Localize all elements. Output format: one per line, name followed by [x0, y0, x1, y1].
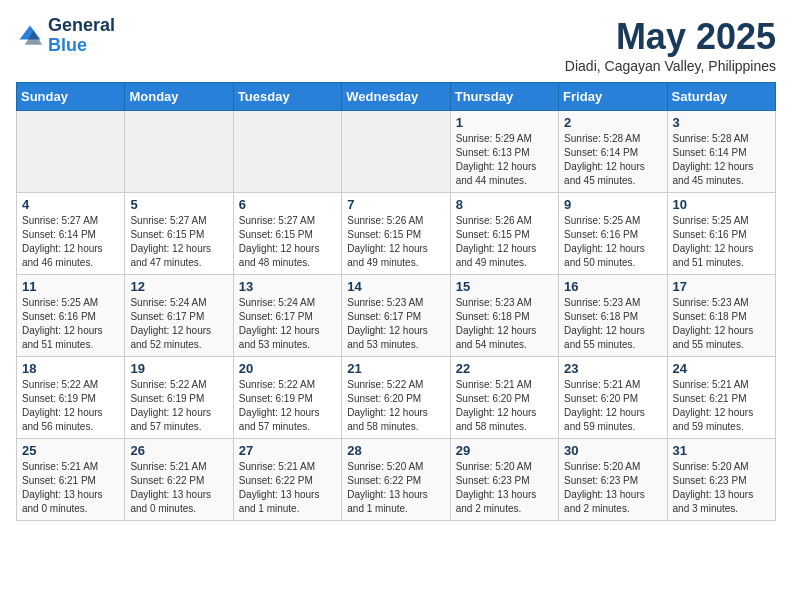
day-number: 5 — [130, 197, 227, 212]
day-info: Sunrise: 5:23 AM Sunset: 6:18 PM Dayligh… — [673, 296, 770, 352]
day-header-tuesday: Tuesday — [233, 83, 341, 111]
calendar-week-row: 11Sunrise: 5:25 AM Sunset: 6:16 PM Dayli… — [17, 275, 776, 357]
calendar-cell: 24Sunrise: 5:21 AM Sunset: 6:21 PM Dayli… — [667, 357, 775, 439]
day-info: Sunrise: 5:20 AM Sunset: 6:22 PM Dayligh… — [347, 460, 444, 516]
day-number: 1 — [456, 115, 553, 130]
logo-icon — [16, 22, 44, 50]
day-number: 22 — [456, 361, 553, 376]
calendar-cell: 14Sunrise: 5:23 AM Sunset: 6:17 PM Dayli… — [342, 275, 450, 357]
day-header-saturday: Saturday — [667, 83, 775, 111]
day-info: Sunrise: 5:22 AM Sunset: 6:20 PM Dayligh… — [347, 378, 444, 434]
day-info: Sunrise: 5:20 AM Sunset: 6:23 PM Dayligh… — [456, 460, 553, 516]
calendar-cell: 29Sunrise: 5:20 AM Sunset: 6:23 PM Dayli… — [450, 439, 558, 521]
calendar-cell: 1Sunrise: 5:29 AM Sunset: 6:13 PM Daylig… — [450, 111, 558, 193]
day-info: Sunrise: 5:27 AM Sunset: 6:15 PM Dayligh… — [130, 214, 227, 270]
day-number: 30 — [564, 443, 661, 458]
calendar-cell: 17Sunrise: 5:23 AM Sunset: 6:18 PM Dayli… — [667, 275, 775, 357]
day-info: Sunrise: 5:24 AM Sunset: 6:17 PM Dayligh… — [239, 296, 336, 352]
day-number: 14 — [347, 279, 444, 294]
month-title: May 2025 — [565, 16, 776, 58]
day-info: Sunrise: 5:23 AM Sunset: 6:17 PM Dayligh… — [347, 296, 444, 352]
calendar-cell: 11Sunrise: 5:25 AM Sunset: 6:16 PM Dayli… — [17, 275, 125, 357]
day-info: Sunrise: 5:26 AM Sunset: 6:15 PM Dayligh… — [347, 214, 444, 270]
calendar-cell: 8Sunrise: 5:26 AM Sunset: 6:15 PM Daylig… — [450, 193, 558, 275]
day-number: 15 — [456, 279, 553, 294]
day-number: 2 — [564, 115, 661, 130]
title-block: May 2025 Diadi, Cagayan Valley, Philippi… — [565, 16, 776, 74]
calendar-cell: 3Sunrise: 5:28 AM Sunset: 6:14 PM Daylig… — [667, 111, 775, 193]
calendar-cell — [342, 111, 450, 193]
logo: General Blue — [16, 16, 115, 56]
day-info: Sunrise: 5:28 AM Sunset: 6:14 PM Dayligh… — [564, 132, 661, 188]
day-info: Sunrise: 5:25 AM Sunset: 6:16 PM Dayligh… — [22, 296, 119, 352]
day-info: Sunrise: 5:26 AM Sunset: 6:15 PM Dayligh… — [456, 214, 553, 270]
day-number: 29 — [456, 443, 553, 458]
location-subtitle: Diadi, Cagayan Valley, Philippines — [565, 58, 776, 74]
calendar-week-row: 1Sunrise: 5:29 AM Sunset: 6:13 PM Daylig… — [17, 111, 776, 193]
day-info: Sunrise: 5:23 AM Sunset: 6:18 PM Dayligh… — [564, 296, 661, 352]
calendar-cell: 30Sunrise: 5:20 AM Sunset: 6:23 PM Dayli… — [559, 439, 667, 521]
calendar-cell — [17, 111, 125, 193]
day-info: Sunrise: 5:23 AM Sunset: 6:18 PM Dayligh… — [456, 296, 553, 352]
day-number: 13 — [239, 279, 336, 294]
logo-line1: General — [48, 16, 115, 36]
calendar-cell: 10Sunrise: 5:25 AM Sunset: 6:16 PM Dayli… — [667, 193, 775, 275]
calendar-cell: 5Sunrise: 5:27 AM Sunset: 6:15 PM Daylig… — [125, 193, 233, 275]
day-info: Sunrise: 5:21 AM Sunset: 6:22 PM Dayligh… — [239, 460, 336, 516]
calendar-cell: 20Sunrise: 5:22 AM Sunset: 6:19 PM Dayli… — [233, 357, 341, 439]
day-number: 16 — [564, 279, 661, 294]
day-number: 18 — [22, 361, 119, 376]
day-number: 9 — [564, 197, 661, 212]
day-info: Sunrise: 5:24 AM Sunset: 6:17 PM Dayligh… — [130, 296, 227, 352]
day-number: 7 — [347, 197, 444, 212]
day-number: 6 — [239, 197, 336, 212]
day-number: 26 — [130, 443, 227, 458]
day-number: 24 — [673, 361, 770, 376]
day-header-friday: Friday — [559, 83, 667, 111]
day-info: Sunrise: 5:21 AM Sunset: 6:20 PM Dayligh… — [564, 378, 661, 434]
day-number: 3 — [673, 115, 770, 130]
day-number: 21 — [347, 361, 444, 376]
calendar-cell: 28Sunrise: 5:20 AM Sunset: 6:22 PM Dayli… — [342, 439, 450, 521]
day-info: Sunrise: 5:25 AM Sunset: 6:16 PM Dayligh… — [673, 214, 770, 270]
calendar-cell: 19Sunrise: 5:22 AM Sunset: 6:19 PM Dayli… — [125, 357, 233, 439]
calendar-week-row: 4Sunrise: 5:27 AM Sunset: 6:14 PM Daylig… — [17, 193, 776, 275]
day-info: Sunrise: 5:20 AM Sunset: 6:23 PM Dayligh… — [564, 460, 661, 516]
day-number: 17 — [673, 279, 770, 294]
calendar-cell: 15Sunrise: 5:23 AM Sunset: 6:18 PM Dayli… — [450, 275, 558, 357]
calendar-header-row: SundayMondayTuesdayWednesdayThursdayFrid… — [17, 83, 776, 111]
day-number: 10 — [673, 197, 770, 212]
day-number: 4 — [22, 197, 119, 212]
day-info: Sunrise: 5:25 AM Sunset: 6:16 PM Dayligh… — [564, 214, 661, 270]
calendar-cell — [125, 111, 233, 193]
calendar-cell: 27Sunrise: 5:21 AM Sunset: 6:22 PM Dayli… — [233, 439, 341, 521]
calendar-cell: 25Sunrise: 5:21 AM Sunset: 6:21 PM Dayli… — [17, 439, 125, 521]
calendar-cell: 21Sunrise: 5:22 AM Sunset: 6:20 PM Dayli… — [342, 357, 450, 439]
calendar-week-row: 25Sunrise: 5:21 AM Sunset: 6:21 PM Dayli… — [17, 439, 776, 521]
day-header-thursday: Thursday — [450, 83, 558, 111]
day-info: Sunrise: 5:21 AM Sunset: 6:21 PM Dayligh… — [673, 378, 770, 434]
day-number: 25 — [22, 443, 119, 458]
day-number: 19 — [130, 361, 227, 376]
day-number: 12 — [130, 279, 227, 294]
logo-line2: Blue — [48, 36, 115, 56]
calendar-cell: 6Sunrise: 5:27 AM Sunset: 6:15 PM Daylig… — [233, 193, 341, 275]
calendar-cell: 2Sunrise: 5:28 AM Sunset: 6:14 PM Daylig… — [559, 111, 667, 193]
day-info: Sunrise: 5:22 AM Sunset: 6:19 PM Dayligh… — [239, 378, 336, 434]
day-number: 11 — [22, 279, 119, 294]
day-info: Sunrise: 5:28 AM Sunset: 6:14 PM Dayligh… — [673, 132, 770, 188]
day-info: Sunrise: 5:21 AM Sunset: 6:21 PM Dayligh… — [22, 460, 119, 516]
day-info: Sunrise: 5:27 AM Sunset: 6:15 PM Dayligh… — [239, 214, 336, 270]
calendar-cell: 7Sunrise: 5:26 AM Sunset: 6:15 PM Daylig… — [342, 193, 450, 275]
page-header: General Blue May 2025 Diadi, Cagayan Val… — [16, 16, 776, 74]
day-number: 23 — [564, 361, 661, 376]
calendar-cell: 4Sunrise: 5:27 AM Sunset: 6:14 PM Daylig… — [17, 193, 125, 275]
day-header-monday: Monday — [125, 83, 233, 111]
day-number: 8 — [456, 197, 553, 212]
day-info: Sunrise: 5:29 AM Sunset: 6:13 PM Dayligh… — [456, 132, 553, 188]
calendar-week-row: 18Sunrise: 5:22 AM Sunset: 6:19 PM Dayli… — [17, 357, 776, 439]
day-info: Sunrise: 5:27 AM Sunset: 6:14 PM Dayligh… — [22, 214, 119, 270]
calendar-cell: 16Sunrise: 5:23 AM Sunset: 6:18 PM Dayli… — [559, 275, 667, 357]
day-number: 28 — [347, 443, 444, 458]
calendar-cell: 13Sunrise: 5:24 AM Sunset: 6:17 PM Dayli… — [233, 275, 341, 357]
